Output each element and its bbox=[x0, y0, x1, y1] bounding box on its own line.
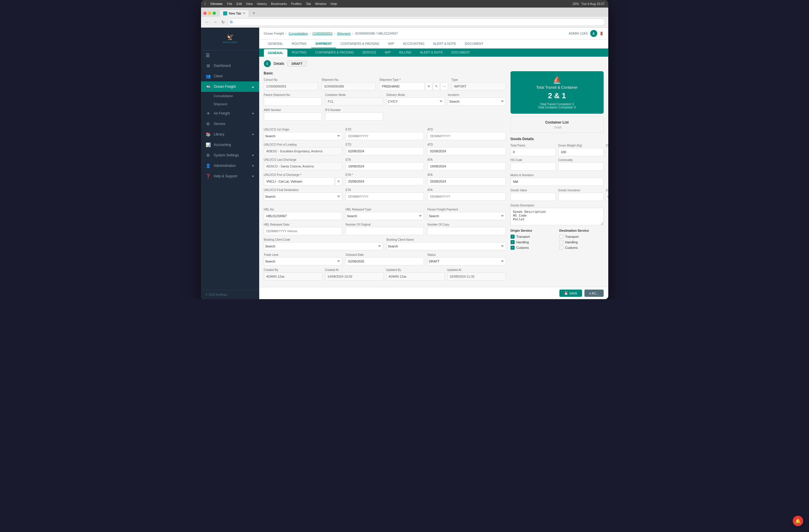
delivery-mode-select[interactable]: CY/CY bbox=[386, 97, 445, 106]
hbl-released-type-select[interactable]: Search bbox=[346, 212, 424, 220]
status-select[interactable]: DRAFT bbox=[427, 257, 505, 265]
sidebar-item-administration[interactable]: 👤 Administration ▼ bbox=[201, 160, 259, 171]
chargeable-volume-input[interactable] bbox=[606, 148, 608, 156]
sidebar-item-service[interactable]: ⚙ Service bbox=[201, 119, 259, 129]
eta-last-input[interactable] bbox=[346, 162, 424, 170]
tab-inner-document[interactable]: DOCUMENT bbox=[447, 49, 474, 57]
action-button[interactable]: ≡ AC... bbox=[584, 289, 603, 297]
incoterm-select[interactable]: Search bbox=[448, 97, 506, 106]
new-tab-button[interactable]: + bbox=[250, 9, 257, 17]
shipment-type-clear-button[interactable]: ✕ bbox=[425, 82, 432, 90]
booking-client-code-select[interactable]: Search bbox=[264, 242, 383, 250]
house-freight-select[interactable]: Search bbox=[427, 212, 505, 220]
sidebar-item-help-support[interactable]: ❓ Help & Support ▼ bbox=[201, 171, 259, 181]
unloco-1st-select[interactable]: Search bbox=[264, 132, 342, 140]
shipment-type-edit-button[interactable]: ✎ bbox=[433, 82, 440, 90]
container-mode-input[interactable] bbox=[325, 97, 383, 106]
tab-outer-wip[interactable]: WIP bbox=[384, 39, 398, 48]
sidebar-item-ocean-freight[interactable]: 🚢 Ocean Freight ▲ bbox=[201, 82, 259, 92]
tab-outer-accounting[interactable]: ACCOUNTING bbox=[399, 39, 429, 48]
minimize-button[interactable] bbox=[208, 12, 211, 15]
sidebar-item-air-freight[interactable]: ✈ Air Freight ▼ bbox=[201, 108, 259, 119]
address-input[interactable] bbox=[228, 18, 605, 26]
unloco-last-input[interactable] bbox=[264, 162, 342, 170]
trade-lane-select[interactable]: Search bbox=[264, 257, 342, 265]
consol-no-input[interactable] bbox=[264, 82, 318, 90]
etd-1-input[interactable] bbox=[346, 132, 424, 140]
total-packs-input[interactable] bbox=[511, 148, 556, 156]
maximize-button[interactable] bbox=[213, 12, 216, 15]
tab-inner-routing[interactable]: ROUTING bbox=[288, 49, 311, 57]
num-copy-input[interactable] bbox=[427, 227, 505, 235]
tab-inner-general[interactable]: GENERAL bbox=[264, 49, 288, 57]
unloco-pod-input[interactable] bbox=[264, 177, 334, 185]
breadcrumb-coi[interactable]: COI00000053 bbox=[312, 32, 332, 35]
origin-transport-checkbox[interactable]: ✓ bbox=[511, 235, 515, 239]
save-button[interactable]: 💾 SAVE bbox=[560, 289, 582, 297]
eta-pod-input[interactable] bbox=[346, 177, 424, 185]
ams-number-input[interactable] bbox=[264, 112, 322, 121]
type-input[interactable] bbox=[451, 82, 506, 90]
tab-close-icon[interactable]: ✕ bbox=[243, 12, 245, 15]
tab-outer-routing[interactable]: ROUTING bbox=[288, 39, 311, 48]
tab-outer-general[interactable]: GENERAL bbox=[264, 39, 288, 48]
hbl-released-date-input[interactable] bbox=[264, 227, 342, 235]
ata-last-input[interactable] bbox=[427, 162, 505, 170]
sidebar-item-shipment[interactable]: Shipment bbox=[201, 100, 259, 108]
atd-1-input[interactable] bbox=[427, 132, 505, 140]
parent-shipment-input[interactable] bbox=[264, 97, 322, 106]
ata-pod-input[interactable] bbox=[427, 177, 505, 185]
hamburger-button[interactable]: ☰ bbox=[201, 50, 259, 60]
sidebar-item-consolidation[interactable]: Consolidation bbox=[201, 92, 259, 100]
tab-inner-service[interactable]: SERVICE bbox=[358, 49, 380, 57]
breadcrumb-shipment[interactable]: Shipment bbox=[337, 32, 350, 35]
gross-weight-input[interactable] bbox=[558, 148, 604, 156]
ifs-number-input[interactable] bbox=[325, 112, 383, 121]
eta-final-input[interactable] bbox=[346, 192, 424, 200]
dest-transport-checkbox[interactable] bbox=[560, 235, 564, 239]
unloco-pol-input[interactable] bbox=[264, 147, 342, 155]
origin-handling-checkbox[interactable]: ✓ bbox=[511, 240, 515, 244]
tab-outer-document[interactable]: DOCUMENT bbox=[461, 39, 487, 48]
onboard-date-input[interactable] bbox=[346, 257, 424, 265]
close-button[interactable] bbox=[203, 12, 207, 15]
booking-client-name-select[interactable]: Search bbox=[386, 242, 506, 250]
tab-outer-alert[interactable]: ALERT & NOTE bbox=[429, 39, 460, 48]
tab-inner-wip[interactable]: WIP bbox=[381, 49, 395, 57]
browser-tab[interactable]: New Tab ✕ bbox=[219, 10, 249, 17]
sidebar-item-library[interactable]: 📚 Library ▼ bbox=[201, 129, 259, 140]
tab-outer-shipment[interactable]: SHIPMENT bbox=[311, 39, 336, 48]
shipment-type-more-button[interactable]: ⋯ bbox=[441, 82, 448, 90]
reload-button[interactable]: ↻ bbox=[220, 19, 226, 25]
breadcrumb-consolidation[interactable]: Consolidation bbox=[289, 32, 308, 35]
logout-icon[interactable]: 🚪 bbox=[600, 32, 604, 35]
hbl-no-input[interactable] bbox=[264, 212, 342, 220]
sidebar-item-system-settings[interactable]: ⚙ System Settings ▼ bbox=[201, 150, 259, 160]
currency-select[interactable]: VND bbox=[606, 193, 608, 201]
atd-pol-input[interactable] bbox=[427, 147, 505, 155]
unloco-final-select[interactable]: Search bbox=[264, 192, 342, 200]
shipment-no-input[interactable] bbox=[322, 82, 376, 90]
tab-outer-containers[interactable]: CONTAINERS & PACKING bbox=[337, 39, 383, 48]
sidebar-item-dashboard[interactable]: ⊞ Dashboard bbox=[201, 60, 259, 71]
goods-description-input[interactable]: Goods Description HS Code Pallet bbox=[511, 208, 604, 225]
num-original-input[interactable] bbox=[346, 227, 424, 235]
goods-insurance-input[interactable] bbox=[558, 193, 604, 201]
back-button[interactable]: ← bbox=[204, 19, 210, 25]
etd-pol-input[interactable] bbox=[346, 147, 424, 155]
origin-customs-checkbox[interactable]: ✓ bbox=[511, 246, 515, 250]
shipment-type-input[interactable] bbox=[379, 82, 425, 90]
goods-value-input[interactable] bbox=[511, 193, 556, 201]
tab-inner-containers[interactable]: CONTAINERS & PACKING bbox=[311, 49, 358, 57]
sidebar-item-client[interactable]: 👥 Client bbox=[201, 71, 259, 82]
tab-inner-alert[interactable]: ALERT & NOTE bbox=[416, 49, 447, 57]
ata-final-input[interactable] bbox=[427, 192, 505, 200]
sidebar-item-accounting[interactable]: 📊 Accounting bbox=[201, 140, 259, 150]
dest-handling-checkbox[interactable] bbox=[560, 240, 564, 244]
dest-customs-checkbox[interactable] bbox=[560, 246, 564, 250]
marks-numbers-input[interactable] bbox=[511, 178, 604, 186]
unloco-pod-clear-button[interactable]: ✕ bbox=[335, 177, 342, 185]
hs-code-input[interactable] bbox=[511, 162, 556, 171]
forward-button[interactable]: → bbox=[212, 19, 219, 25]
tab-inner-billing[interactable]: BILLING bbox=[395, 49, 415, 57]
